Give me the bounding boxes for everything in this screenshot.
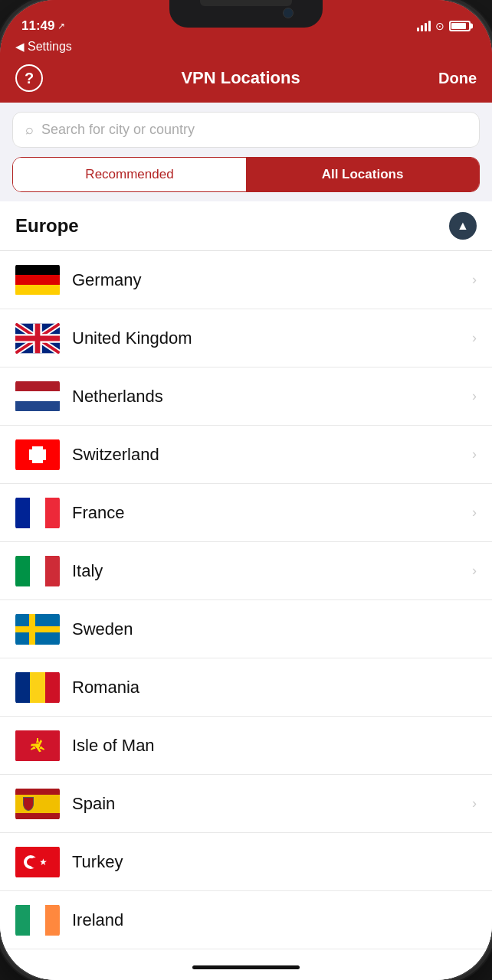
back-arrow-icon: ◀ [15,40,25,54]
spain-shield [23,797,34,811]
country-list[interactable]: Germany › United Kingdom [0,251,492,954]
swiss-cross [32,446,43,463]
chevron-right-icon: › [472,563,477,579]
flag-uk [15,322,60,354]
country-name-ch: Switzerland [72,445,472,465]
search-bar[interactable]: ⌕ Search for city or country [12,112,480,148]
speaker [200,0,292,6]
flag-tr: ★ [15,846,60,878]
list-item[interactable]: Italy › [0,542,492,600]
signal-bar-2 [421,25,423,31]
tab-recommended[interactable]: Recommended [13,158,246,191]
uk-flag-svg [15,323,60,354]
list-item[interactable]: ★ Turkey [0,833,492,891]
tab-all-locations[interactable]: All Locations [246,158,479,191]
country-name-ro: Romania [72,678,477,697]
flag-im [15,730,60,762]
chevron-right-icon: › [472,505,477,521]
flag-fr [15,497,60,529]
signal-bar-4 [428,21,431,31]
list-item[interactable]: Sweden [0,600,492,658]
chevron-right-icon: › [472,446,477,462]
phone-frame: 11:49 ↗ ⊙ ◀ [0,0,492,980]
location-arrow-icon: ↗ [57,21,65,31]
battery-icon [449,21,471,31]
flag-es [15,788,60,820]
search-container: ⌕ Search for city or country [0,103,492,157]
signal-bar-1 [417,28,419,31]
country-name-ie: Ireland [72,910,477,930]
tab-switcher: Recommended All Locations [0,157,492,201]
chevron-right-icon: › [472,795,477,812]
flag-ch [15,439,60,471]
wifi-icon: ⊙ [435,20,444,32]
flag-de [15,264,60,296]
page-title: VPN Locations [181,68,300,88]
list-item[interactable]: Spain › [0,775,492,833]
signal-bars [417,21,431,31]
list-item[interactable]: Netherlands › [0,368,492,426]
section-title: Europe [15,215,79,237]
country-name-im: Isle of Man [72,736,477,756]
screen: 11:49 ↗ ⊙ ◀ [0,0,492,980]
search-placeholder: Search for city or country [41,122,195,138]
chevron-right-icon: › [472,272,477,288]
flag-nl [15,381,60,413]
settings-back: ◀ Settings [0,38,492,58]
battery-fill [451,23,466,29]
collapse-button[interactable]: ▲ [449,212,477,240]
list-item[interactable]: Switzerland › [0,426,492,484]
country-name-tr: Turkey [72,852,477,872]
country-name-de: Germany [72,270,472,290]
flag-se [15,613,60,645]
chevron-right-icon: › [472,388,477,404]
country-name-it: Italy [72,561,472,581]
front-camera [283,8,294,18]
country-name-se: Sweden [72,619,477,639]
flag-ro [15,671,60,704]
list-item[interactable]: France › [0,484,492,542]
list-item[interactable]: Germany › [0,251,492,309]
done-button[interactable]: Done [438,70,477,87]
country-name-es: Spain [72,794,472,814]
country-name-nl: Netherlands [72,387,472,407]
flag-it [15,555,60,587]
flag-ie [15,904,60,936]
content: ⌕ Search for city or country Recommended… [0,103,492,980]
country-name-fr: France [72,503,472,523]
list-item[interactable]: Romania [0,658,492,717]
chevron-right-icon: › [472,330,477,346]
signal-bar-3 [425,23,427,31]
back-label[interactable]: Settings [28,40,72,54]
isle-of-man-flag-svg [15,730,60,761]
help-button[interactable]: ? [15,64,43,92]
collapse-arrow-icon: ▲ [457,220,469,232]
notch [169,0,323,28]
help-icon: ? [25,70,34,87]
tab-container: Recommended All Locations [12,157,480,192]
list-item[interactable]: Ireland [0,891,492,949]
country-name-uk: United Kingdom [72,328,472,348]
section-header: Europe ▲ [0,201,492,251]
status-icons: ⊙ [417,14,471,32]
home-bar [192,965,300,969]
turkey-crescent [24,855,38,869]
status-time: 11:49 [21,19,54,32]
list-item[interactable]: Isle of Man [0,717,492,775]
search-icon: ⌕ [25,122,34,138]
nav-bar: ? VPN Locations Done [0,58,492,103]
list-item[interactable]: United Kingdom › [0,309,492,368]
home-indicator [0,954,492,980]
